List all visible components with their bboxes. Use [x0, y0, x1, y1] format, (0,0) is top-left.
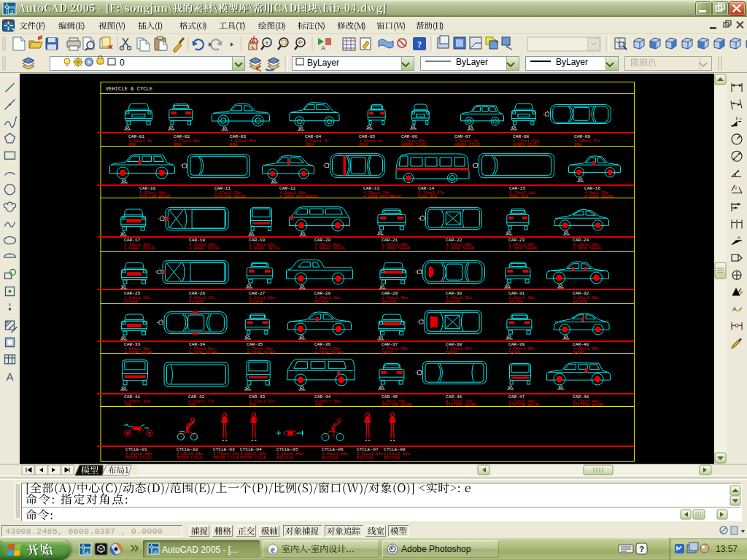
svg-text:MOTOR CYCLE: MOTOR CYCLE	[213, 456, 239, 460]
svg-text:2 DOOR SEDAN: 2 DOOR SEDAN	[446, 246, 474, 251]
svg-text:STATION WAGON: STATION WAGON	[139, 195, 170, 199]
svg-text:BICYCLE: BICYCLE	[322, 456, 338, 460]
svg-text:SALOON: SALOON	[446, 300, 460, 304]
svg-text:SALOON: SALOON	[382, 300, 395, 304]
svg-text:STATION WAGON: STATION WAGON	[573, 403, 603, 408]
svg-text:BICYCLE: BICYCLE	[276, 456, 293, 460]
svg-text:4 DOOR SEDAN: 4 DOOR SEDAN	[189, 351, 217, 355]
svg-text:SPORT: SPORT	[508, 351, 521, 355]
svg-text:4 WHEEL DRIVE: 4 WHEEL DRIVE	[124, 246, 155, 251]
svg-text:GOLF: GOLF	[305, 143, 314, 147]
svg-text:4 WHEEL DRIVE: 4 WHEEL DRIVE	[249, 246, 279, 251]
svg-text:MINI BUS: MINI BUS	[418, 195, 437, 199]
svg-text:VAN: VAN	[249, 403, 256, 408]
svg-text:BMW: BMW	[128, 143, 136, 147]
svg-text:PICKUP: PICKUP	[189, 300, 203, 304]
svg-text:SALOON: SALOON	[508, 300, 522, 304]
svg-text:VAN: VAN	[188, 403, 196, 408]
svg-text:MOTOR CYCLE: MOTOR CYCLE	[125, 456, 152, 460]
svg-text:2 DOOR SEDAN: 2 DOOR SEDAN	[508, 246, 537, 251]
svg-text:HONDA CIVIC: HONDA CIVIC	[513, 143, 539, 147]
svg-text:SPORT: SPORT	[573, 351, 585, 355]
svg-text:STATION WAGON: STATION WAGON	[382, 403, 412, 408]
svg-text:BMW: BMW	[574, 143, 581, 147]
svg-text:HONDA CIVIC: HONDA CIVIC	[454, 143, 481, 147]
svg-text:STATION WAGON: STATION WAGON	[508, 403, 539, 408]
svg-text:SPORT: SPORT	[382, 351, 394, 355]
svg-text:STATION WAGON: STATION WAGON	[214, 195, 245, 199]
svg-text:4 WHEEL DRIVE: 4 WHEEL DRIVE	[314, 246, 345, 251]
svg-text:4 WHEEL DRIVE: 4 WHEEL DRIVE	[189, 246, 220, 251]
svg-text:4 DOOR SEDAN: 4 DOOR SEDAN	[584, 195, 613, 199]
svg-text:4 DOOR HATCHBACK: 4 DOOR HATCHBACK	[363, 195, 402, 199]
svg-text:4 DOOR SEDAN: 4 DOOR SEDAN	[124, 351, 152, 355]
svg-text:STATION WAGON: STATION WAGON	[446, 403, 476, 408]
svg-text:MINI BUS: MINI BUS	[509, 195, 528, 199]
svg-text:VAN: VAN	[124, 403, 131, 408]
svg-text:MOTOR CYCLE: MOTOR CYCLE	[177, 456, 203, 460]
svg-text:2 DOOR SEDAN: 2 DOOR SEDAN	[573, 246, 601, 251]
svg-text:VEHICLE & CYCLE: VEHICLE & CYCLE	[106, 86, 152, 92]
svg-text:4 DOOR SEDAN: 4 DOOR SEDAN	[247, 351, 275, 355]
svg-text:MOTOR CYCLE: MOTOR CYCLE	[240, 456, 266, 460]
svg-text:BICYCLE: BICYCLE	[357, 456, 374, 460]
svg-text:4 DOOR SEDAN: 4 DOOR SEDAN	[314, 351, 343, 355]
svg-text:PICKUP: PICKUP	[124, 300, 138, 304]
svg-text:SALOON: SALOON	[573, 300, 587, 304]
svg-text:2 DOOR SEDAN: 2 DOOR SEDAN	[382, 246, 410, 251]
svg-text:BICYCLE: BICYCLE	[384, 456, 400, 460]
svg-text:BMW: BMW	[230, 143, 237, 147]
svg-text:4 DOOR HATCHBACK: 4 DOOR HATCHBACK	[279, 195, 318, 199]
svg-text:BMW: BMW	[174, 143, 181, 147]
svg-text:PICKUP: PICKUP	[314, 300, 328, 304]
svg-text:GOLF: GOLF	[359, 143, 368, 147]
svg-text:HONDA CIVIC: HONDA CIVIC	[401, 143, 427, 147]
svg-text:PICKUP: PICKUP	[249, 300, 263, 304]
svg-text:SPORT: SPORT	[446, 351, 458, 355]
svg-text:VAN: VAN	[314, 403, 322, 408]
